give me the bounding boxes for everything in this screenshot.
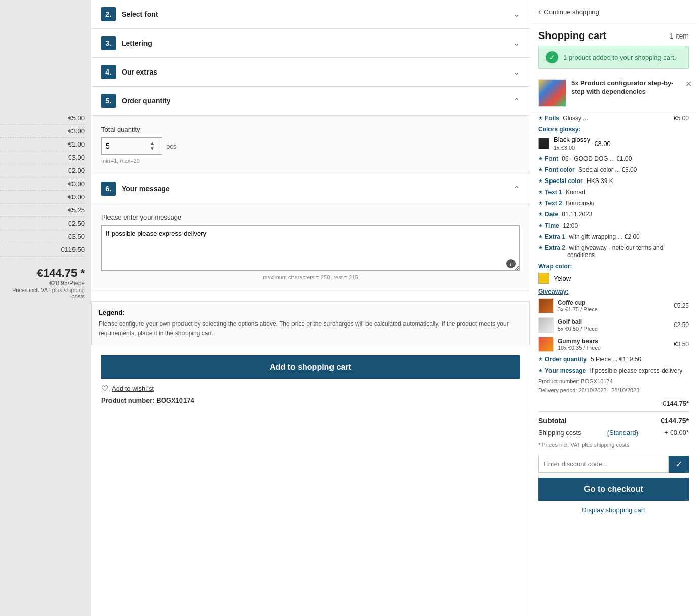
font-color-label: Font color (545, 166, 575, 173)
extra2-detail: ★ Extra 2 with giveaway - note our terms… (530, 242, 697, 261)
legend-section: Legend: Please configure your own produc… (91, 301, 530, 345)
extra1-star-icon: ★ (538, 234, 543, 239)
coffe-cup-price: €5.25 (674, 302, 689, 309)
shipping-type-link[interactable]: (Standard) (607, 429, 638, 437)
quantity-label: Total quantity (101, 126, 520, 133)
cart-item-top: 5x Product configurator step-by-step wit… (538, 79, 689, 107)
coffe-cup-info: Coffe cup 3x €1.75 / Piece (558, 299, 670, 312)
back-arrow-icon: ‹ (538, 7, 541, 16)
wrap-color-row: Yelow (530, 271, 697, 286)
colors-glossy-title[interactable]: Colors glossy: (530, 124, 697, 134)
price-item-2: €3.00 (0, 125, 85, 138)
cart-item-image (538, 79, 566, 107)
legend-text: Please configure your own product by sel… (99, 319, 522, 338)
order-qty-star-icon: ★ (538, 356, 543, 362)
yellow-swatch (538, 273, 549, 284)
discount-apply-button[interactable]: ✓ (669, 456, 689, 473)
quantity-down-btn[interactable]: ▼ (149, 146, 156, 151)
shipping-label: Shipping costs (538, 429, 581, 437)
extra1-value: with gift wrapping ... €2.00 (567, 233, 689, 240)
quantity-stepper[interactable]: ▲ ▼ (149, 141, 156, 151)
price-item-4: €3.00 (0, 151, 85, 164)
font-star-icon: ★ (538, 156, 543, 161)
order-qty-detail: ★ Order quantity 5 Piece ... €119.50 (530, 354, 697, 365)
message-section: Please enter your message If possible pl… (101, 213, 520, 280)
text2-label: Text 2 (545, 200, 562, 207)
font-label: Font (545, 155, 558, 162)
step3-header[interactable]: 3. Lettering ⌄ (91, 29, 530, 58)
foils-detail: ★ Foils Glossy ... €5.00 (530, 113, 697, 124)
extra2-label: Extra 2 (545, 244, 565, 251)
order-qty-value: 5 Piece ... €119.50 (589, 356, 689, 363)
subtotal-row: Subtotal €144.75* (530, 415, 697, 427)
time-label: Time (545, 222, 559, 229)
vat-note: * Prices incl. VAT plus shipping costs (530, 439, 697, 451)
step2-label: Select font (122, 10, 158, 18)
cart-item-count: 1 item (670, 32, 689, 40)
date-star-icon: ★ (538, 211, 543, 217)
cart-item-close-button[interactable]: ✕ (685, 79, 692, 89)
extra1-label: Extra 1 (545, 233, 565, 240)
price-item-9: €2.50 (0, 217, 85, 230)
step4-header[interactable]: 4. Our extras ⌄ (91, 58, 530, 87)
step3-label: Lettering (122, 39, 152, 47)
per-piece-price: €28.95/Piece (0, 280, 85, 287)
step2-number: 2. (101, 7, 116, 21)
step6-number: 6. (101, 182, 116, 196)
step2-header[interactable]: 2. Select font ⌄ (91, 0, 530, 29)
discount-input[interactable] (538, 456, 669, 473)
font-detail: ★ Font 06 - GOOD DOG ... €1.00 (530, 153, 697, 164)
add-to-cart-button[interactable]: Add to shopping cart (101, 355, 520, 379)
giveaway-coffe-cup: Coffe cup 3x €1.75 / Piece €5.25 (530, 296, 697, 315)
success-text: 1 product added to your shopping cart. (563, 54, 676, 61)
price-item-7: €0.00 (0, 191, 85, 204)
special-color-star-icon: ★ (538, 178, 543, 184)
step6-content: Please enter your message If possible pl… (91, 203, 530, 291)
price-item-8: €5.25 (0, 204, 85, 217)
time-detail: ★ Time 12:00 (530, 220, 697, 231)
font-value: 06 - GOOD DOG ... €1.00 (560, 155, 689, 162)
golf-ball-info: Golf ball 5x €0.50 / Piece (558, 318, 670, 332)
delivery-period: Delivery period: 26/10/2023 - 28/10/2023 (530, 386, 697, 396)
message-textarea-wrapper: If possible please express delivery i (101, 225, 520, 272)
extra2-star-icon: ★ (538, 245, 543, 250)
product-number-label: Product number: (101, 396, 155, 404)
message-textarea[interactable]: If possible please express delivery (101, 225, 520, 271)
coffe-cup-image (538, 298, 554, 313)
gummy-bears-price: €3.50 (674, 341, 689, 348)
wrap-color-name: Yelow (554, 275, 571, 282)
order-qty-label: Order quantity (545, 356, 587, 363)
price-item-6: €0.00 (0, 177, 85, 191)
cart-success-message: ✓ 1 product added to your shopping cart. (538, 46, 689, 69)
text1-detail: ★ Text 1 Konrad (530, 187, 697, 198)
pcs-unit: pcs (166, 142, 176, 150)
continue-shopping-btn[interactable]: ‹ Continue shopping (530, 0, 697, 24)
cart-total-price: €144.75* (530, 396, 697, 408)
step4-label: Our extras (122, 68, 157, 76)
quantity-input-wrapper[interactable]: ▲ ▼ (101, 137, 162, 155)
giveaway-golf-ball: Golf ball 5x €0.50 / Piece €2.50 (530, 315, 697, 335)
coffe-cup-qty: 3x €1.75 / Piece (558, 306, 670, 312)
step3-number: 3. (101, 36, 116, 50)
product-number-value: BOGX10174 (156, 396, 194, 404)
checkout-button[interactable]: Go to checkout (538, 478, 689, 501)
special-color-label: Special color (545, 177, 583, 185)
incl-vat-note: Prices incl. VAT plus shipping costs (0, 287, 85, 299)
time-value: 12:00 (561, 222, 689, 229)
coffe-cup-name: Coffe cup (558, 299, 670, 306)
main-price-value: €144.75 * (0, 267, 85, 280)
display-cart-link[interactable]: Display shopping cart (582, 506, 645, 514)
shopping-cart-panel: ‹ Continue shopping Shopping cart 1 item… (530, 0, 697, 616)
black-glossy-swatch (538, 138, 549, 149)
step6-header[interactable]: 6. Your message ⌃ (91, 174, 530, 203)
font-color-detail: ★ Font color Special color ... €3.00 (530, 164, 697, 175)
heart-icon: ♡ (101, 384, 108, 393)
step5-header[interactable]: 5. Order quantity ⌃ (91, 87, 530, 116)
special-color-value: HKS 39 K (585, 177, 689, 185)
shipping-row: Shipping costs (Standard) + €0.00* (530, 427, 697, 439)
text2-value: Borucinski (564, 200, 689, 207)
continue-shopping-label: Continue shopping (544, 8, 599, 16)
info-icon: i (506, 259, 516, 268)
add-to-wishlist-link[interactable]: Add to wishlist (112, 385, 154, 392)
quantity-field[interactable] (106, 142, 146, 150)
